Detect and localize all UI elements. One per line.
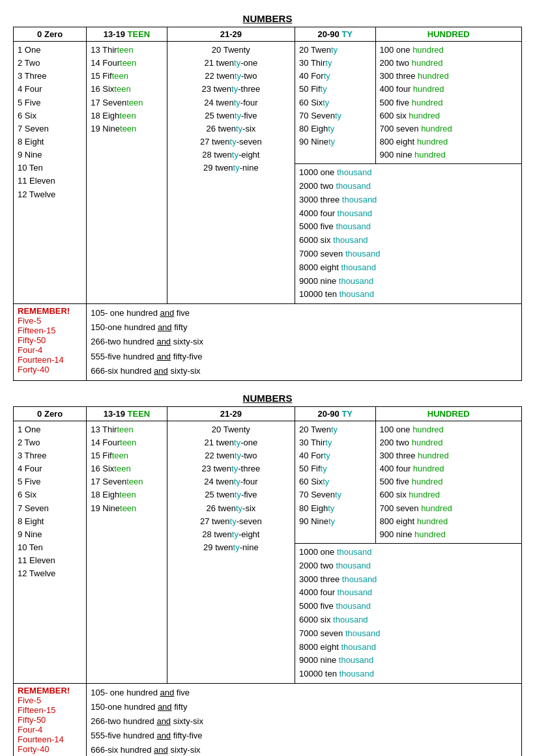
hundred-cell: 100 one hundred 200 two hundred 300 thre…	[375, 42, 521, 164]
and-9: and	[156, 731, 171, 740]
and-4: and	[156, 352, 171, 361]
header-basic-2: 0 Zero	[14, 406, 87, 421]
teen-numbers-cell: 13 Thirteen 14 Fourteen 15 Fifteen 16 Si…	[87, 42, 167, 304]
header-21-29: 21-29	[167, 27, 295, 42]
remember-fifty: Fifty-50	[18, 335, 46, 345]
and-10: and	[154, 745, 168, 755]
header-ty: 20-90 TY	[295, 27, 375, 42]
twentynine-cell: 20 Twenty 21 twenty-one 22 twenty-two 23…	[167, 42, 295, 304]
section-1: NUMBERS 0 Zero 13-19 TEEN 21-29 20-90 TY…	[13, 13, 522, 381]
examples-cell-1: 105- one hundred and five 150-one hundre…	[87, 304, 522, 380]
basic-numbers-cell: 1 One 2 Two 3 Three 4 Four 5 Five 6 Six …	[14, 42, 87, 304]
remember-four-2: Four-4	[18, 725, 42, 735]
section-2: NUMBERS 0 Zero 13-19 TEEN 21-29 20-90 TY…	[13, 393, 522, 756]
and-1: and	[160, 308, 174, 318]
examples-cell-2: 105- one hundred and five 150-one hundre…	[87, 683, 522, 756]
and-8: and	[156, 716, 171, 726]
hundred-cell-2: 100 one hundred 200 two hundred 300 thre…	[375, 421, 521, 543]
header-teen-2: 13-19 TEEN	[87, 406, 167, 421]
page-title-2: NUMBERS	[13, 393, 522, 404]
examples-2: 105- one hundred and five 150-one hundre…	[91, 686, 517, 756]
remember-label: REMEMBER!	[18, 306, 70, 316]
twentynine-cell-2: 20 Twenty 21 twenty-one 22 twenty-two 23…	[167, 421, 295, 683]
ty-cell: 20 Twenty 30 Thirty 40 Forty 50 Fifty 60…	[295, 42, 375, 164]
remember-fifteen: Fifteen-15	[18, 326, 56, 335]
and-7: and	[158, 702, 172, 712]
page-title-1: NUMBERS	[13, 13, 522, 24]
remember-label-2: REMEMBER!	[18, 686, 70, 695]
teen-numbers-2: 13 Thirteen 14 Fourteen 15 Fifteen 16 Si…	[91, 423, 162, 515]
remember-five-2: Five-5	[18, 695, 41, 705]
header-21-29-2: 21-29	[167, 406, 295, 421]
teen-numbers: 13 Thirteen 14 Fourteen 15 Fifteen 16 Si…	[91, 44, 162, 135]
and-6: and	[160, 688, 174, 697]
header-hundred-2: HUNDRED	[375, 406, 521, 421]
and-3: and	[156, 337, 171, 346]
thousands-cell-1: 1000 one thousand 2000 two thousand 3000…	[295, 164, 522, 304]
numbers-table-2: 0 Zero 13-19 TEEN 21-29 20-90 TY HUNDRED…	[13, 406, 522, 756]
teen-numbers-cell-2: 13 Thirteen 14 Fourteen 15 Fifteen 16 Si…	[87, 421, 167, 683]
ty-cell-2: 20 Twenty 30 Thirty 40 Forty 50 Fifty 60…	[295, 421, 375, 543]
remember-fourteen-2: Fourteen-14	[18, 735, 64, 744]
numbers-table-1: 0 Zero 13-19 TEEN 21-29 20-90 TY HUNDRED…	[13, 27, 522, 381]
thousands-cell-2: 1000 one thousand 2000 two thousand 3000…	[295, 543, 522, 683]
remember-fourteen: Fourteen-14	[18, 355, 64, 365]
remember-forty-2: Forty-40	[18, 744, 49, 754]
basic-numbers-cell-2: 1 One 2 Two 3 Three 4 Four 5 Five 6 Six …	[14, 421, 87, 683]
basic-numbers-2: 1 One 2 Two 3 Three 4 Four 5 Five 6 Six …	[18, 423, 82, 581]
remember-four: Four-4	[18, 345, 42, 355]
twentynine-numbers: 20 Twenty 21 twenty-one 22 twenty-two 23…	[171, 44, 291, 175]
basic-numbers: 1 One 2 Two 3 Three 4 Four 5 Five 6 Six …	[18, 44, 82, 201]
examples-1: 105- one hundred and five 150-one hundre…	[91, 306, 517, 378]
remember-fifty-2: Fifty-50	[18, 715, 46, 725]
header-teen: 13-19 TEEN	[87, 27, 167, 42]
header-ty-2: 20-90 TY	[295, 406, 375, 421]
hundred-numbers-2: 100 one hundred 200 two hundred 300 thre…	[380, 423, 517, 541]
ty-numbers: 20 Twenty 30 Thirty 40 Forty 50 Fifty 60…	[299, 44, 371, 148]
remember-fifteen-2: Fifteen-15	[18, 705, 56, 715]
header-basic: 0 Zero	[14, 27, 87, 42]
remember-label-cell: REMEMBER! Five-5 Fifteen-15 Fifty-50 Fou…	[14, 304, 87, 380]
remember-five: Five-5	[18, 316, 41, 326]
remember-forty: Forty-40	[18, 365, 49, 374]
and-5: and	[154, 366, 168, 376]
header-hundred: HUNDRED	[375, 27, 521, 42]
thousands-numbers-2: 1000 one thousand 2000 two thousand 3000…	[299, 546, 517, 681]
remember-label-cell-2: REMEMBER! Five-5 Fifteen-15 Fifty-50 Fou…	[14, 683, 87, 756]
ty-numbers-2: 20 Twenty 30 Thirty 40 Forty 50 Fifty 60…	[299, 423, 371, 528]
hundred-numbers: 100 one hundred 200 two hundred 300 thre…	[380, 44, 517, 161]
thousands-numbers-1: 1000 one thousand 2000 two thousand 3000…	[299, 166, 517, 301]
twentynine-numbers-2: 20 Twenty 21 twenty-one 22 twenty-two 23…	[171, 423, 291, 554]
and-2: and	[158, 322, 172, 332]
